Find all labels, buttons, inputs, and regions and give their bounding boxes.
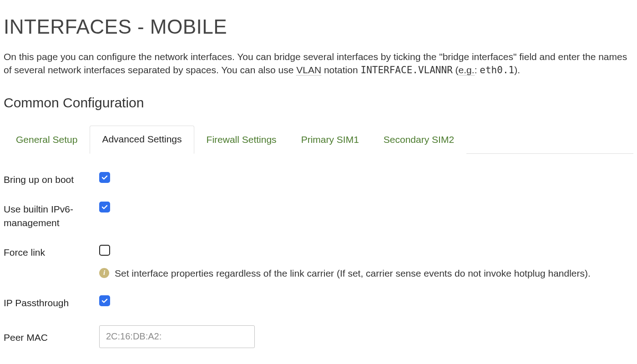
tab-label: General Setup bbox=[16, 134, 77, 145]
field-label: Bring up on boot bbox=[4, 172, 99, 186]
intro-part5: ). bbox=[514, 65, 520, 75]
force-link-checkbox[interactable] bbox=[99, 245, 110, 256]
vlan-abbr: VLAN bbox=[296, 65, 321, 76]
tab-label: Firewall Settings bbox=[207, 134, 277, 145]
peer-mac-input[interactable] bbox=[99, 325, 255, 348]
check-icon bbox=[101, 174, 108, 181]
help-text: Set interface properties regardless of t… bbox=[115, 267, 591, 280]
tab-label: Primary SIM1 bbox=[301, 134, 359, 145]
field-bring-up-on-boot: Bring up on boot bbox=[4, 172, 633, 186]
field-ip-passthrough: IP Passthrough bbox=[4, 295, 633, 309]
tab-secondary-sim2[interactable]: Secondary SIM2 bbox=[371, 126, 466, 153]
ip-passthrough-checkbox[interactable] bbox=[99, 295, 110, 306]
tab-label: Secondary SIM2 bbox=[384, 134, 454, 145]
field-peer-mac: Peer MAC bbox=[4, 325, 633, 348]
intro-part2: notation bbox=[321, 65, 360, 75]
tab-firewall-settings[interactable]: Firewall Settings bbox=[194, 126, 289, 153]
intro-text: On this page you can configure the netwo… bbox=[4, 50, 633, 77]
eg-abbr: e.g. bbox=[459, 65, 475, 76]
tab-primary-sim1[interactable]: Primary SIM1 bbox=[289, 126, 371, 153]
intro-part4: : bbox=[475, 65, 480, 75]
tab-advanced-settings[interactable]: Advanced Settings bbox=[90, 126, 194, 153]
field-label: IP Passthrough bbox=[4, 295, 99, 309]
intro-part3: ( bbox=[453, 65, 459, 75]
info-icon: i bbox=[99, 268, 109, 278]
field-use-ipv6: Use builtin IPv6-management bbox=[4, 202, 633, 229]
tab-general-setup[interactable]: General Setup bbox=[4, 126, 90, 153]
page-title: INTERFACES - MOBILE bbox=[4, 13, 633, 41]
force-link-help: i Set interface properties regardless of… bbox=[99, 267, 633, 280]
field-label: Force link bbox=[4, 245, 99, 259]
check-icon bbox=[101, 297, 108, 304]
vlan-notation: INTERFACE.VLANNR bbox=[360, 65, 452, 76]
bring-up-on-boot-checkbox[interactable] bbox=[99, 172, 110, 183]
vlan-example: eth0.1 bbox=[480, 65, 514, 76]
tab-label: Advanced Settings bbox=[102, 134, 182, 144]
field-label: Peer MAC bbox=[4, 325, 99, 344]
use-ipv6-checkbox[interactable] bbox=[99, 202, 110, 212]
section-title: Common Configuration bbox=[4, 93, 633, 112]
tabs: General Setup Advanced Settings Firewall… bbox=[4, 125, 633, 153]
field-force-link: Force link i Set interface properties re… bbox=[4, 245, 633, 280]
field-label: Use builtin IPv6-management bbox=[4, 202, 99, 229]
check-icon bbox=[101, 203, 108, 211]
